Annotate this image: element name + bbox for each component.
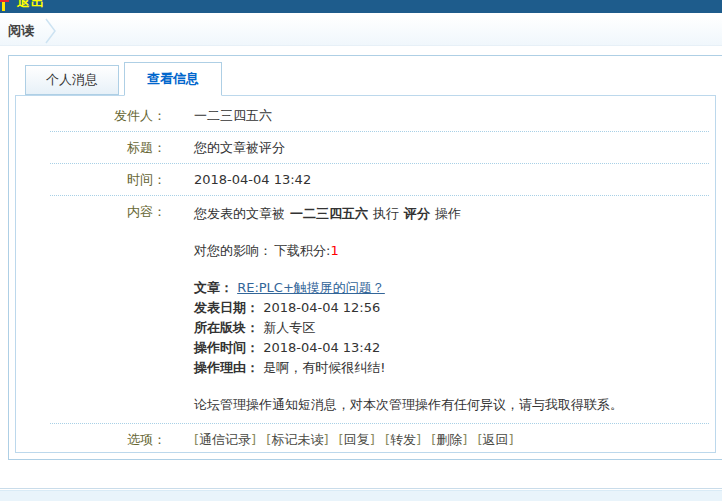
option-comm-log[interactable]: [通信记录] — [194, 432, 256, 447]
sender-label: 发件人： — [56, 108, 166, 123]
forum-label: 所在版块： — [194, 320, 259, 335]
option-mark-unread[interactable]: [标记未读] — [266, 432, 328, 447]
content-label: 内容： — [56, 204, 166, 415]
tab-personal-messages[interactable]: 个人消息 — [25, 65, 119, 95]
clipped-exclamation-icon — [2, 2, 5, 11]
message-content-box: 发件人： 一二三四五六 标题： 您的文章被评分 时间： 2018-04-04 1… — [15, 95, 716, 453]
summary-action: 评分 — [404, 206, 430, 221]
admin-note: 论坛管理操作通知短消息，对本次管理操作有任何异议，请与我取得联系。 — [194, 395, 623, 415]
option-delete[interactable]: [删除] — [431, 432, 467, 447]
options-row: 选项： [通信记录] [标记未读] [回复] [转发] [删除] [返回] — [16, 424, 715, 453]
subject-value: 您的文章被评分 — [194, 140, 285, 155]
breadcrumb-chevron-icon — [44, 18, 60, 44]
forum-line: 所在版块： 新人专区 — [194, 318, 623, 338]
footer-divider — [0, 488, 722, 489]
top-navigation-bar: 退出 — [0, 0, 722, 13]
options-links: [通信记录] [标记未读] [回复] [转发] [删除] [返回] — [194, 432, 520, 447]
impact-value: 1 — [330, 243, 338, 258]
time-row: 时间： 2018-04-04 13:42 — [16, 164, 715, 195]
option-reply[interactable]: [回复] — [339, 432, 375, 447]
operation-time-label: 操作时间： — [194, 340, 259, 355]
option-forward[interactable]: [转发] — [385, 432, 421, 447]
time-value: 2018-04-04 13:42 — [194, 172, 311, 187]
message-panel: 个人消息 查看信息 发件人： 一二三四五六 标题： 您的文章被评分 时间： 20… — [8, 55, 722, 460]
tab-view-message[interactable]: 查看信息 — [124, 62, 222, 96]
subject-row: 标题： 您的文章被评分 — [16, 132, 715, 163]
forum-value: 新人专区 — [263, 320, 315, 335]
reason-line: 操作理由： 是啊，有时候很纠结! — [194, 358, 623, 378]
sender-value: 一二三四五六 — [194, 108, 272, 123]
breadcrumb: 阅读 — [0, 16, 722, 46]
options-label: 选项： — [56, 432, 166, 447]
sender-row: 发件人： 一二三四五六 — [16, 100, 715, 131]
option-return[interactable]: [返回] — [477, 432, 513, 447]
post-date-line: 发表日期： 2018-04-04 12:56 — [194, 298, 623, 318]
logout-link[interactable]: 退出 — [17, 0, 45, 11]
impact-label: 对您的影响： — [194, 243, 272, 258]
content-row: 内容： 您发表的文章被一二三四五六执行评分操作 对您的影响：下载积分:1 文章：… — [16, 196, 715, 423]
footer-strip — [0, 490, 722, 501]
operation-time-value: 2018-04-04 13:42 — [263, 340, 380, 355]
article-label: 文章： — [194, 280, 233, 295]
summary-prefix: 您发表的文章被 — [194, 206, 285, 221]
reason-label: 操作理由： — [194, 360, 259, 375]
post-date-label: 发表日期： — [194, 300, 259, 315]
impact-line: 对您的影响：下载积分:1 — [194, 241, 623, 261]
impact-text: 下载积分: — [274, 243, 330, 258]
tab-bar: 个人消息 查看信息 — [15, 62, 716, 95]
article-link[interactable]: RE:PLC+触摸屏的问题？ — [237, 280, 385, 295]
action-summary-line: 您发表的文章被一二三四五六执行评分操作 — [194, 204, 623, 224]
summary-suffix: 操作 — [435, 206, 461, 221]
article-line: 文章： RE:PLC+触摸屏的问题？ — [194, 278, 623, 298]
operation-time-line: 操作时间： 2018-04-04 13:42 — [194, 338, 623, 358]
subject-label: 标题： — [56, 140, 166, 155]
time-label: 时间： — [56, 172, 166, 187]
reason-value: 是啊，有时候很纠结! — [263, 360, 385, 375]
content-body: 您发表的文章被一二三四五六执行评分操作 对您的影响：下载积分:1 文章： RE:… — [194, 204, 623, 415]
summary-mid: 执行 — [373, 206, 399, 221]
summary-username: 一二三四五六 — [290, 206, 368, 221]
page-title: 阅读 — [8, 22, 34, 40]
post-date-value: 2018-04-04 12:56 — [263, 300, 380, 315]
